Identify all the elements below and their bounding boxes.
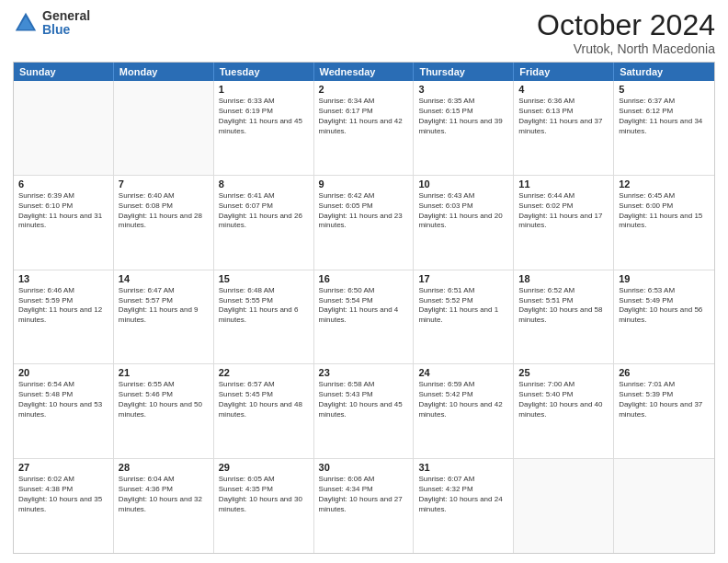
calendar-cell: 29Sunrise: 6:05 AM Sunset: 4:35 PM Dayli… [214, 459, 314, 553]
cell-info: Sunrise: 6:51 AM Sunset: 5:52 PM Dayligh… [418, 286, 508, 326]
calendar-cell: 9Sunrise: 6:42 AM Sunset: 6:05 PM Daylig… [314, 176, 415, 270]
cell-info: Sunrise: 6:39 AM Sunset: 6:10 PM Dayligh… [18, 191, 108, 231]
title-area: October 2024 Vrutok, North Macedonia [537, 9, 715, 56]
logo-text: General Blue [42, 9, 90, 38]
calendar-cell: 24Sunrise: 6:59 AM Sunset: 5:42 PM Dayli… [414, 364, 514, 458]
calendar-cell [114, 81, 214, 175]
day-number: 5 [619, 84, 710, 95]
cell-info: Sunrise: 6:07 AM Sunset: 4:32 PM Dayligh… [418, 475, 508, 514]
day-number: 15 [219, 273, 309, 284]
cell-info: Sunrise: 7:01 AM Sunset: 5:39 PM Dayligh… [619, 380, 710, 419]
header: General Blue October 2024 Vrutok, North … [13, 9, 715, 56]
day-number: 23 [319, 367, 409, 378]
day-number: 10 [418, 178, 508, 190]
day-number: 30 [319, 462, 409, 473]
calendar-cell: 15Sunrise: 6:48 AM Sunset: 5:55 PM Dayli… [214, 270, 314, 364]
logo-icon [13, 10, 39, 36]
cell-info: Sunrise: 6:48 AM Sunset: 5:55 PM Dayligh… [219, 286, 309, 326]
day-number: 19 [619, 273, 710, 284]
day-number: 4 [518, 84, 609, 95]
day-number: 9 [319, 178, 409, 190]
header-day-wednesday: Wednesday [314, 63, 415, 81]
cell-info: Sunrise: 6:58 AM Sunset: 5:43 PM Dayligh… [319, 380, 409, 419]
day-number: 18 [518, 273, 609, 284]
calendar-cell: 12Sunrise: 6:45 AM Sunset: 6:00 PM Dayli… [614, 176, 714, 270]
day-number: 14 [119, 273, 209, 284]
calendar-cell: 4Sunrise: 6:36 AM Sunset: 6:13 PM Daylig… [514, 81, 614, 175]
cell-info: Sunrise: 6:02 AM Sunset: 4:38 PM Dayligh… [18, 475, 108, 514]
day-number: 27 [18, 462, 108, 473]
calendar-cell: 23Sunrise: 6:58 AM Sunset: 5:43 PM Dayli… [314, 364, 415, 458]
calendar-cell: 11Sunrise: 6:44 AM Sunset: 6:02 PM Dayli… [514, 176, 614, 270]
calendar-cell: 16Sunrise: 6:50 AM Sunset: 5:54 PM Dayli… [314, 270, 415, 364]
cell-info: Sunrise: 6:06 AM Sunset: 4:34 PM Dayligh… [319, 475, 409, 514]
header-day-sunday: Sunday [14, 63, 114, 81]
calendar-cell: 1Sunrise: 6:33 AM Sunset: 6:19 PM Daylig… [214, 81, 314, 175]
cell-info: Sunrise: 6:54 AM Sunset: 5:48 PM Dayligh… [18, 380, 108, 419]
cell-info: Sunrise: 6:47 AM Sunset: 5:57 PM Dayligh… [119, 286, 209, 326]
cell-info: Sunrise: 6:33 AM Sunset: 6:19 PM Dayligh… [219, 97, 309, 136]
cell-info: Sunrise: 6:05 AM Sunset: 4:35 PM Dayligh… [219, 475, 309, 514]
day-number: 13 [18, 273, 108, 284]
calendar-cell: 17Sunrise: 6:51 AM Sunset: 5:52 PM Dayli… [414, 270, 514, 364]
calendar-cell: 7Sunrise: 6:40 AM Sunset: 6:08 PM Daylig… [114, 176, 214, 270]
page: General Blue October 2024 Vrutok, North … [0, 0, 728, 563]
header-day-monday: Monday [114, 63, 214, 81]
calendar-cell: 26Sunrise: 7:01 AM Sunset: 5:39 PM Dayli… [614, 364, 714, 458]
day-number: 12 [619, 178, 710, 190]
calendar-header: SundayMondayTuesdayWednesdayThursdayFrid… [14, 63, 714, 81]
day-number: 31 [418, 462, 508, 473]
calendar-cell: 30Sunrise: 6:06 AM Sunset: 4:34 PM Dayli… [314, 459, 415, 553]
calendar-cell: 18Sunrise: 6:52 AM Sunset: 5:51 PM Dayli… [514, 270, 614, 364]
day-number: 26 [619, 367, 710, 378]
cell-info: Sunrise: 6:45 AM Sunset: 6:00 PM Dayligh… [619, 191, 710, 231]
calendar-cell: 2Sunrise: 6:34 AM Sunset: 6:17 PM Daylig… [314, 81, 415, 175]
logo: General Blue [13, 9, 90, 38]
calendar-cell: 22Sunrise: 6:57 AM Sunset: 5:45 PM Dayli… [214, 364, 314, 458]
cell-info: Sunrise: 6:37 AM Sunset: 6:12 PM Dayligh… [619, 97, 710, 136]
calendar-cell: 28Sunrise: 6:04 AM Sunset: 4:36 PM Dayli… [114, 459, 214, 553]
day-number: 16 [319, 273, 409, 284]
calendar-body: 1Sunrise: 6:33 AM Sunset: 6:19 PM Daylig… [14, 81, 714, 553]
cell-info: Sunrise: 6:42 AM Sunset: 6:05 PM Dayligh… [319, 191, 409, 231]
calendar-cell: 5Sunrise: 6:37 AM Sunset: 6:12 PM Daylig… [614, 81, 714, 175]
calendar-cell: 19Sunrise: 6:53 AM Sunset: 5:49 PM Dayli… [614, 270, 714, 364]
calendar-row-4: 27Sunrise: 6:02 AM Sunset: 4:38 PM Dayli… [14, 459, 714, 553]
cell-info: Sunrise: 6:46 AM Sunset: 5:59 PM Dayligh… [18, 286, 108, 326]
calendar-cell: 8Sunrise: 6:41 AM Sunset: 6:07 PM Daylig… [214, 176, 314, 270]
calendar-cell: 13Sunrise: 6:46 AM Sunset: 5:59 PM Dayli… [14, 270, 114, 364]
day-number: 28 [119, 462, 209, 473]
day-number: 3 [418, 84, 508, 95]
calendar-cell: 27Sunrise: 6:02 AM Sunset: 4:38 PM Dayli… [14, 459, 114, 553]
cell-info: Sunrise: 6:41 AM Sunset: 6:07 PM Dayligh… [219, 191, 309, 231]
cell-info: Sunrise: 6:50 AM Sunset: 5:54 PM Dayligh… [319, 286, 409, 326]
cell-info: Sunrise: 6:53 AM Sunset: 5:49 PM Dayligh… [619, 286, 710, 326]
calendar-row-3: 20Sunrise: 6:54 AM Sunset: 5:48 PM Dayli… [14, 364, 714, 459]
calendar-cell: 20Sunrise: 6:54 AM Sunset: 5:48 PM Dayli… [14, 364, 114, 458]
calendar-cell: 6Sunrise: 6:39 AM Sunset: 6:10 PM Daylig… [14, 176, 114, 270]
header-day-tuesday: Tuesday [214, 63, 314, 81]
calendar-row-0: 1Sunrise: 6:33 AM Sunset: 6:19 PM Daylig… [14, 81, 714, 176]
day-number: 29 [219, 462, 309, 473]
calendar-cell: 25Sunrise: 7:00 AM Sunset: 5:40 PM Dayli… [514, 364, 614, 458]
cell-info: Sunrise: 6:52 AM Sunset: 5:51 PM Dayligh… [518, 286, 609, 326]
header-day-saturday: Saturday [614, 63, 714, 81]
cell-info: Sunrise: 6:40 AM Sunset: 6:08 PM Dayligh… [119, 191, 209, 231]
header-day-thursday: Thursday [414, 63, 514, 81]
cell-info: Sunrise: 6:55 AM Sunset: 5:46 PM Dayligh… [119, 380, 209, 419]
subtitle: Vrutok, North Macedonia [537, 41, 715, 56]
header-day-friday: Friday [514, 63, 614, 81]
calendar-cell: 21Sunrise: 6:55 AM Sunset: 5:46 PM Dayli… [114, 364, 214, 458]
calendar: SundayMondayTuesdayWednesdayThursdayFrid… [13, 62, 715, 554]
day-number: 24 [418, 367, 508, 378]
main-title: October 2024 [537, 9, 715, 41]
calendar-cell [14, 81, 114, 175]
cell-info: Sunrise: 7:00 AM Sunset: 5:40 PM Dayligh… [518, 380, 609, 419]
day-number: 25 [518, 367, 609, 378]
day-number: 6 [18, 178, 108, 190]
day-number: 2 [319, 84, 409, 95]
cell-info: Sunrise: 6:34 AM Sunset: 6:17 PM Dayligh… [319, 97, 409, 136]
day-number: 22 [219, 367, 309, 378]
calendar-cell: 31Sunrise: 6:07 AM Sunset: 4:32 PM Dayli… [414, 459, 514, 553]
logo-blue: Blue [42, 23, 90, 37]
